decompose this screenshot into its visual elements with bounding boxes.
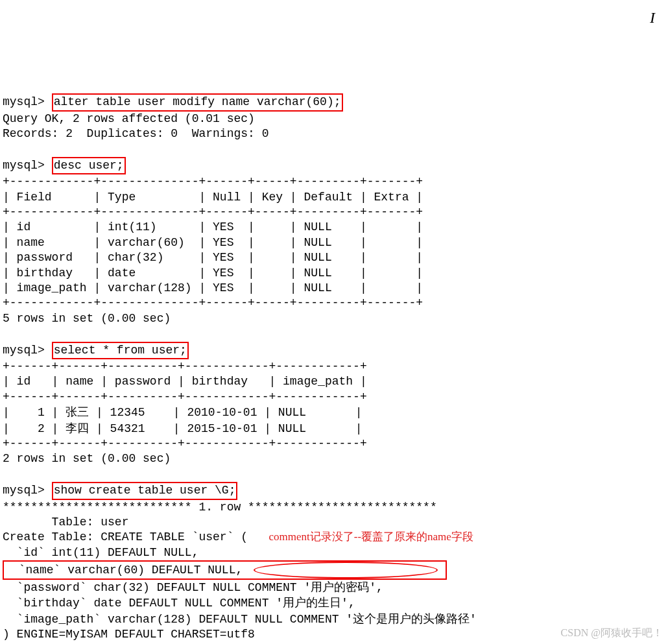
table-border: +------------+--------------+------+----… xyxy=(3,175,423,188)
output-line: `birthday` date DEFAULT NULL COMMENT '用户… xyxy=(3,597,355,610)
command-select-user: select * from user; xyxy=(52,342,189,359)
table-row: | 1 | 张三 | 12345 | 2010-10-01 | NULL | xyxy=(3,406,363,419)
prompt: mysql> xyxy=(3,95,52,108)
table-row: | 2 | 李四 | 54321 | 2015-10-01 | NULL | xyxy=(3,422,363,435)
prompt: mysql> xyxy=(3,159,52,172)
annotation-comment-missing: comment记录没了--覆盖了原来的name字段 xyxy=(268,531,473,543)
row-marker: *************************** 1. row *****… xyxy=(3,501,437,514)
table-row: | password | char(32) | YES | | NULL | | xyxy=(3,251,423,264)
output-line: `image_path` varchar(128) DEFAULT NULL C… xyxy=(3,613,477,626)
output-line: `id` int(11) DEFAULT NULL, xyxy=(3,546,198,559)
output-line: 5 rows in set (0.00 sec) xyxy=(3,312,171,325)
table-border: +------+------+----------+------------+-… xyxy=(3,360,367,373)
command-alter-table: alter table user modify name varchar(60)… xyxy=(52,93,343,111)
output-line: `password` char(32) DEFAULT NULL COMMENT… xyxy=(3,581,383,594)
table-header: | Field | Type | Null | Key | Default | … xyxy=(3,191,423,204)
ellipse-annotation xyxy=(254,562,438,578)
table-row: | name | varchar(60) | YES | | NULL | | xyxy=(3,236,423,249)
watermark: CSDN @阿猿收手吧！ xyxy=(561,626,663,640)
prompt: mysql> xyxy=(3,484,52,497)
table-border: +------------+--------------+------+----… xyxy=(3,206,423,219)
output-line: Query OK, 2 rows affected (0.01 sec) xyxy=(3,112,255,125)
text-cursor-icon: I xyxy=(650,8,655,28)
output-line: Table: user xyxy=(3,516,128,529)
table-row: | birthday | date | YES | | NULL | | xyxy=(3,267,423,280)
output-line: Records: 2 Duplicates: 0 Warnings: 0 xyxy=(3,127,268,140)
command-desc-user: desc user; xyxy=(52,157,126,174)
table-border: +------+------+----------+------------+-… xyxy=(3,437,367,450)
command-show-create-table: show create table user \G; xyxy=(52,482,238,499)
output-line: ) ENGINE=MyISAM DEFAULT CHARSET=utf8 xyxy=(3,628,255,641)
table-header: | id | name | password | birthday | imag… xyxy=(3,375,367,388)
output-line: Create Table: CREATE TABLE `user` ( xyxy=(3,531,248,543)
table-row: | image_path | varchar(128) | YES | | NU… xyxy=(3,281,423,294)
table-border: +------+------+----------+------------+-… xyxy=(3,390,367,403)
highlighted-name-column: `name` varchar(60) DEFAULT NULL, xyxy=(3,560,447,580)
output-line: 2 rows in set (0.00 sec) xyxy=(3,452,171,465)
table-row: | id | int(11) | YES | | NULL | | xyxy=(3,221,423,233)
prompt: mysql> xyxy=(3,344,52,357)
table-border: +------------+--------------+------+----… xyxy=(3,296,423,309)
